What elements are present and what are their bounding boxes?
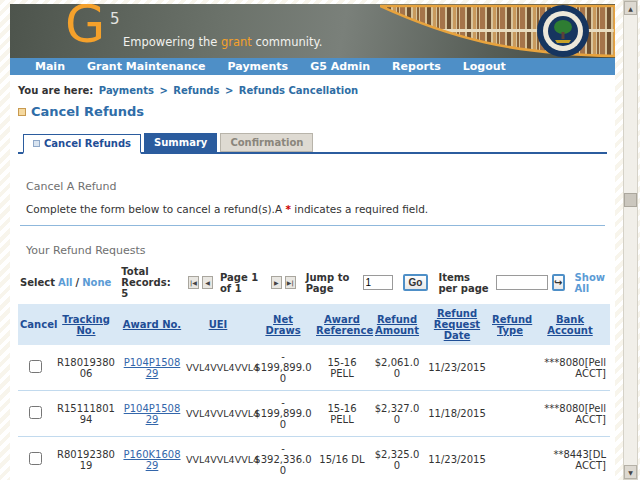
show-all-link[interactable]: Show All (575, 272, 605, 294)
award-no-link[interactable]: P104P150829 (124, 357, 181, 379)
net-draws: - $199,899.00 (252, 391, 314, 437)
col-header-tracking-no[interactable]: Tracking No. (52, 304, 120, 345)
nav-item-main[interactable]: Main (35, 60, 65, 73)
items-per-page-apply-button[interactable]: ↪ (552, 274, 565, 291)
library-swoosh-image (380, 4, 615, 58)
cancel-checkbox-row-2[interactable] (29, 406, 42, 419)
page-content: G 5 Empowering the grant community. (10, 4, 615, 480)
table-header-row: Cancel Tracking No. Award No. UEI Net Dr… (18, 304, 610, 345)
breadcrumb-separator: > (225, 85, 233, 96)
nav-item-g5-admin[interactable]: G5 Admin (310, 60, 370, 73)
section-divider (20, 225, 605, 226)
breadcrumb-refunds-cancellation[interactable]: Refunds Cancellation (239, 85, 358, 96)
refund-requests-heading: Your Refund Requests (26, 244, 607, 257)
vertical-scrollbar[interactable]: ▲ ▼ (623, 0, 638, 480)
breadcrumb-payments[interactable]: Payments (99, 85, 154, 96)
next-page-button[interactable]: ▶ (271, 276, 282, 289)
col-header-refund-amount[interactable]: Refund Amount (370, 304, 424, 345)
bank-account: ***8080[Pell ACCT] (530, 391, 610, 437)
uei-value: VVL4VVL4VVL4 (184, 391, 252, 437)
items-per-page-label: Items per page (438, 272, 491, 294)
tracking-no: R1511180194 (52, 391, 120, 437)
nav-item-logout[interactable]: Logout (463, 60, 506, 73)
tab-cancel-refunds[interactable]: Cancel Refunds (23, 134, 141, 154)
award-no-link[interactable]: P160K160829 (123, 449, 180, 471)
tracking-no: R8019238019 (52, 437, 120, 480)
refund-amount: $2,325.00 (370, 437, 424, 480)
app-banner: G 5 Empowering the grant community. (10, 4, 615, 58)
cancel-checkbox-row-3[interactable] (29, 452, 42, 465)
scrollbar-thumb[interactable] (624, 193, 637, 207)
tab-label: Cancel Refunds (44, 138, 131, 149)
select-group: SelectAll/None (20, 277, 111, 288)
col-header-refund-request-date[interactable]: Refund Request Date (424, 304, 490, 345)
page-title-text: Cancel Refunds (31, 104, 144, 119)
uei-value: VVL4VVL4VVL4 (184, 437, 252, 480)
tagline-highlight: grant (221, 35, 252, 49)
tab-label: Confirmation (230, 137, 303, 148)
scroll-down-icon[interactable]: ▼ (624, 465, 637, 479)
tab-label: Summary (154, 137, 207, 148)
bank-account: ***8080[Pell ACCT] (530, 345, 610, 391)
select-label: Select (20, 277, 55, 288)
award-reference: 15-16 PELL (314, 345, 370, 391)
nav-item-payments[interactable]: Payments (228, 60, 289, 73)
g5-logo-five: 5 (110, 10, 120, 28)
col-header-award-reference[interactable]: Award Reference (314, 304, 370, 345)
tab-summary[interactable]: Summary (144, 133, 217, 152)
main-nav: Main Grant Maintenance Payments G5 Admin… (10, 58, 615, 75)
breadcrumb-prefix: You are here: (18, 85, 93, 96)
pager-top: SelectAll/None Total Records: 5 |◀ ◀ Pag… (18, 263, 607, 302)
tab-confirmation: Confirmation (220, 133, 313, 152)
select-none-link[interactable]: None (82, 277, 111, 288)
refund-amount: $2,061.00 (370, 345, 424, 391)
instruction-pre: Complete the form below to cancel a refu… (26, 203, 285, 215)
table-row: R8019238019 P160K160829 VVL4VVL4VVL4 - $… (18, 437, 610, 480)
scroll-up-icon[interactable]: ▲ (624, 1, 637, 15)
col-header-cancel: Cancel (18, 304, 52, 345)
tab-bar: Cancel Refunds Summary Confirmation (18, 133, 607, 154)
col-header-refund-type[interactable]: Refund Type (490, 304, 530, 345)
refund-amount: $2,327.00 (370, 391, 424, 437)
col-header-uei[interactable]: UEI (184, 304, 252, 345)
instruction-post: indicates a required field. (291, 203, 428, 215)
page-title: Cancel Refunds (18, 104, 607, 119)
award-reference: 15-16 PELL (314, 391, 370, 437)
tagline-pre: Empowering the (123, 35, 221, 49)
jump-to-page-label: Jump to Page (306, 272, 353, 294)
col-header-net-draws[interactable]: Net Draws (252, 304, 314, 345)
tagline-post: community. (252, 35, 323, 49)
go-button[interactable]: Go (403, 274, 429, 291)
g5-logo: G (65, 4, 105, 50)
select-all-link[interactable]: All (58, 277, 73, 288)
department-of-education-seal (537, 5, 589, 57)
jump-to-page-input[interactable] (363, 275, 393, 290)
section-heading: Cancel A Refund (26, 180, 607, 193)
col-header-award-no[interactable]: Award No. (120, 304, 184, 345)
page-indicator: Page 1 of 1 (220, 272, 264, 294)
col-header-bank-account[interactable]: Bank Account (530, 304, 610, 345)
last-page-button[interactable]: ▶| (285, 276, 296, 289)
uei-value: VVL4VVL4VVL4 (184, 345, 252, 391)
total-records: Total Records: 5 (121, 266, 178, 299)
breadcrumb-refunds[interactable]: Refunds (173, 85, 219, 96)
items-per-page-input[interactable] (496, 275, 548, 290)
first-page-button[interactable]: |◀ (188, 276, 199, 289)
nav-item-grant-maintenance[interactable]: Grant Maintenance (87, 60, 206, 73)
cancel-checkbox-row-1[interactable] (29, 360, 42, 373)
award-no-link[interactable]: P104P150829 (124, 403, 181, 425)
page-nav-group: |◀ ◀ Page 1 of 1 ▶ ▶| (188, 272, 296, 294)
table-row: R1511180194 P104P150829 VVL4VVL4VVL4 - $… (18, 391, 610, 437)
prev-page-button[interactable]: ◀ (202, 276, 213, 289)
nav-item-reports[interactable]: Reports (392, 60, 441, 73)
breadcrumb-separator: > (159, 85, 167, 96)
breadcrumb: You are here: Payments > Refunds > Refun… (18, 85, 607, 96)
net-draws: - $392,336.00 (252, 437, 314, 480)
tagline: Empowering the grant community. (123, 35, 322, 49)
tracking-no: R1801938006 (52, 345, 120, 391)
net-draws: - $199,899.00 (252, 345, 314, 391)
tab-bullet-icon (33, 140, 40, 147)
refund-request-date: 11/18/2015 (424, 391, 490, 437)
award-reference: 15/16 DL (314, 437, 370, 480)
select-separator: / (76, 277, 80, 288)
